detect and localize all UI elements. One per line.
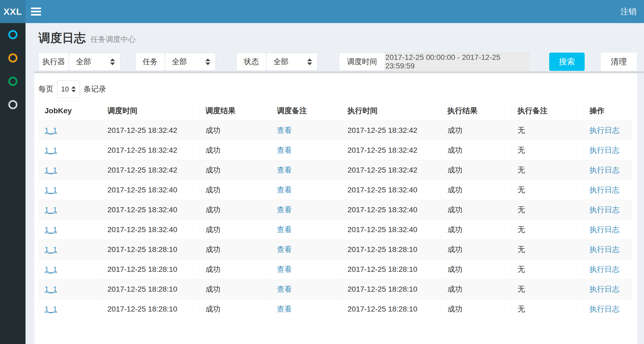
handle-result-cell: 成功 — [442, 259, 512, 279]
table-row: 1_1 2017-12-25 18:32:40 成功 查看 2017-12-25… — [39, 180, 632, 200]
trigger-time-cell: 2017-12-25 18:28:10 — [102, 299, 200, 319]
select-stepper-icon — [205, 58, 210, 65]
circle-o-icon — [8, 100, 17, 109]
handle-result-cell: 成功 — [442, 240, 512, 259]
search-button[interactable]: 搜索 — [549, 53, 585, 71]
exec-log-link[interactable]: 执行日志 — [589, 285, 620, 293]
trigger-time-cell: 2017-12-25 18:28:10 — [102, 240, 200, 259]
handle-time-cell: 2017-12-25 18:28:10 — [342, 259, 442, 279]
table-row: 1_1 2017-12-25 18:28:10 成功 查看 2017-12-25… — [39, 299, 632, 319]
exec-log-link[interactable]: 执行日志 — [589, 126, 620, 134]
sidebar-toggle-button[interactable] — [26, 0, 46, 23]
handle-time-cell: 2017-12-25 18:32:42 — [342, 160, 442, 180]
job-key-link[interactable]: 1_1 — [45, 166, 57, 174]
trigger-msg-link[interactable]: 查看 — [277, 146, 292, 154]
log-table-body: 1_1 2017-12-25 18:32:42 成功 查看 2017-12-25… — [39, 120, 632, 319]
col-handle-time: 执行时间 — [342, 101, 442, 120]
trigger-msg-link[interactable]: 查看 — [277, 305, 292, 313]
col-jobkey: JobKey — [39, 101, 102, 120]
page-header: 调度日志 任务调度中心 — [26, 23, 644, 46]
job-select[interactable]: 全部 — [165, 53, 216, 71]
table-row: 1_1 2017-12-25 18:32:42 成功 查看 2017-12-25… — [39, 160, 632, 180]
exec-log-link[interactable]: 执行日志 — [589, 225, 620, 234]
nav-item-2[interactable] — [0, 46, 26, 70]
content-panel: 每页 10 条记录 JobKey 调度时间 调度结果 调度备注 执行时间 执行结… — [34, 73, 637, 344]
col-handle-result: 执行结果 — [442, 101, 512, 120]
content-area: 调度日志 任务调度中心 执行器 全部 任务 全部 状态 全部 调度时间 2017… — [26, 23, 644, 344]
trigger-result-cell: 成功 — [200, 220, 271, 240]
exec-log-link[interactable]: 执行日志 — [589, 265, 620, 273]
hamburger-icon — [31, 8, 41, 9]
page-size-select[interactable]: 10 — [57, 80, 80, 98]
select-stepper-icon — [110, 58, 115, 65]
handle-time-cell: 2017-12-25 18:28:10 — [342, 299, 442, 319]
job-key-link[interactable]: 1_1 — [45, 146, 57, 154]
job-key-link[interactable]: 1_1 — [45, 245, 57, 254]
page-size-prefix: 每页 — [38, 84, 53, 94]
trigger-msg-link[interactable]: 查看 — [277, 166, 292, 174]
exec-log-link[interactable]: 执行日志 — [589, 305, 620, 313]
handle-time-cell: 2017-12-25 18:28:10 — [342, 240, 442, 259]
exec-log-link[interactable]: 执行日志 — [589, 245, 620, 254]
trigger-msg-link[interactable]: 查看 — [277, 245, 292, 254]
trigger-msg-link[interactable]: 查看 — [277, 186, 292, 194]
job-key-link[interactable]: 1_1 — [45, 225, 57, 234]
handle-result-cell: 成功 — [442, 180, 512, 200]
handle-msg-cell: 无 — [512, 259, 584, 279]
page-title: 调度日志 — [38, 30, 86, 46]
table-row: 1_1 2017-12-25 18:28:10 成功 查看 2017-12-25… — [39, 279, 632, 299]
exec-log-link[interactable]: 执行日志 — [589, 206, 620, 214]
col-trigger-msg: 调度备注 — [271, 101, 342, 120]
trigger-result-cell: 成功 — [200, 180, 271, 200]
sidebar-nav — [0, 23, 26, 344]
page-size-control: 每页 10 条记录 — [38, 80, 106, 98]
toolbar-divider — [34, 71, 644, 73]
handle-result-cell: 成功 — [442, 299, 512, 319]
trigger-time-cell: 2017-12-25 18:32:42 — [102, 120, 200, 140]
logout-button[interactable]: 注销 — [620, 6, 636, 17]
handle-time-cell: 2017-12-25 18:32:40 — [342, 200, 442, 220]
circle-o-icon — [8, 53, 17, 63]
trigger-msg-link[interactable]: 查看 — [277, 285, 292, 293]
trigger-msg-link[interactable]: 查看 — [277, 206, 292, 214]
trigger-result-cell: 成功 — [200, 160, 271, 180]
trigger-time-range-input[interactable]: 2017-12-25 00:00:00 - 2017-12-25 23:59:5… — [385, 53, 530, 71]
job-key-link[interactable]: 1_1 — [45, 186, 57, 194]
handle-msg-cell: 无 — [512, 180, 584, 200]
page-subtitle: 任务调度中心 — [91, 34, 136, 45]
app-logo: XXL — [0, 0, 26, 23]
trigger-msg-link[interactable]: 查看 — [277, 225, 292, 234]
nav-item-3[interactable] — [0, 70, 26, 93]
exec-log-link[interactable]: 执行日志 — [589, 186, 620, 194]
trigger-result-cell: 成功 — [200, 240, 271, 259]
trigger-result-cell: 成功 — [200, 259, 271, 279]
job-key-link[interactable]: 1_1 — [45, 285, 57, 293]
trigger-time-cell: 2017-12-25 18:32:40 — [102, 200, 200, 220]
job-key-link[interactable]: 1_1 — [45, 126, 57, 134]
exec-log-link[interactable]: 执行日志 — [589, 146, 620, 154]
nav-item-4[interactable] — [0, 93, 26, 116]
select-stepper-icon — [71, 86, 76, 92]
handle-msg-cell: 无 — [512, 279, 584, 299]
log-table-header: JobKey 调度时间 调度结果 调度备注 执行时间 执行结果 执行备注 操作 — [39, 101, 632, 120]
status-select[interactable]: 全部 — [266, 53, 318, 71]
table-row: 1_1 2017-12-25 18:32:40 成功 查看 2017-12-25… — [39, 220, 632, 240]
handle-msg-cell: 无 — [512, 220, 584, 240]
trigger-time-cell: 2017-12-25 18:32:40 — [102, 220, 200, 240]
exec-log-link[interactable]: 执行日志 — [589, 166, 620, 174]
clear-button[interactable]: 清理 — [601, 53, 637, 71]
job-key-link[interactable]: 1_1 — [45, 265, 57, 273]
trigger-result-cell: 成功 — [200, 200, 271, 220]
trigger-msg-link[interactable]: 查看 — [277, 126, 292, 134]
trigger-msg-link[interactable]: 查看 — [277, 265, 292, 273]
trigger-result-cell: 成功 — [200, 299, 271, 319]
circle-o-icon — [8, 77, 17, 86]
handle-msg-cell: 无 — [512, 160, 584, 180]
job-key-link[interactable]: 1_1 — [45, 206, 57, 214]
handle-msg-cell: 无 — [512, 299, 584, 319]
job-key-link[interactable]: 1_1 — [45, 305, 57, 313]
nav-item-1[interactable] — [0, 23, 26, 46]
executor-select[interactable]: 全部 — [69, 53, 121, 71]
handle-msg-cell: 无 — [512, 140, 584, 160]
executor-filter-label: 执行器 — [38, 53, 69, 71]
